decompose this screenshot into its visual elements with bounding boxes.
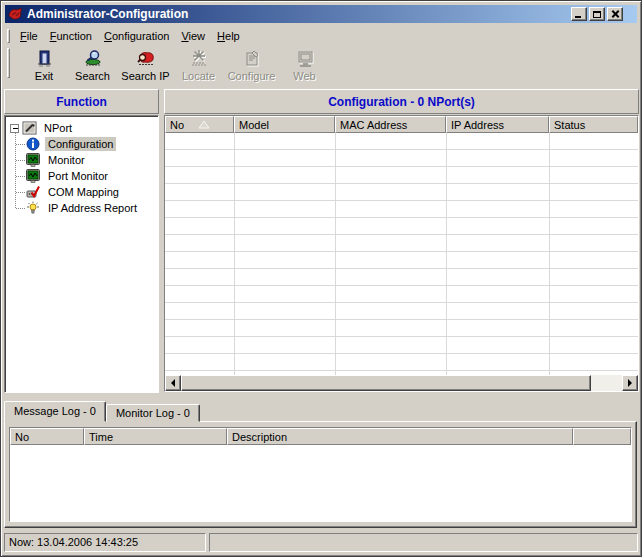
column-header-model[interactable]: Model	[234, 116, 335, 133]
app-icon	[8, 7, 23, 21]
window-controls	[571, 7, 623, 21]
log-column-label-time: Time	[89, 431, 113, 443]
menu-file[interactable]: File	[14, 28, 44, 44]
status-empty	[209, 533, 638, 552]
log-list: No Time Description	[9, 427, 632, 522]
tree-node-nport[interactable]: NPort	[8, 120, 157, 136]
tree-item-configuration[interactable]: Configuration	[8, 136, 157, 152]
log-table-header: No Time Description	[10, 428, 631, 445]
log-column-label-no: No	[15, 431, 29, 443]
close-icon	[611, 10, 619, 18]
toolbar: Exit Search	[5, 46, 637, 87]
tree-connector	[16, 144, 25, 145]
menu-grip[interactable]	[7, 29, 10, 43]
scroll-right-button[interactable]	[622, 375, 638, 391]
nport-table-header: No Model MAC Address IP Address Status	[165, 116, 638, 133]
function-panel-header: Function	[4, 89, 159, 114]
menu-help[interactable]: Help	[211, 28, 246, 44]
tree-label-nport[interactable]: NPort	[41, 121, 75, 135]
horizontal-scrollbar	[165, 375, 638, 391]
column-label-mac-address: MAC Address	[340, 119, 407, 131]
status-bar: Now: 13.04.2006 14:43:25	[4, 533, 638, 552]
maximize-icon	[593, 11, 601, 18]
tree-connector	[16, 160, 25, 161]
menu-configuration[interactable]: Configuration	[98, 28, 175, 44]
tree-label-com-mapping[interactable]: COM Mapping	[45, 185, 122, 199]
tree-item-com-mapping[interactable]: COM Mapping	[8, 184, 157, 200]
tree-connector	[16, 176, 25, 177]
configure-label: Configure	[228, 70, 276, 82]
titlebar[interactable]: Administrator-Configuration	[5, 5, 637, 23]
config-panel-header: Configuration - 0 NPort(s)	[164, 89, 639, 114]
toolbar-grip[interactable]	[7, 48, 10, 78]
minimize-button[interactable]	[571, 7, 587, 21]
web-button: Web	[278, 47, 331, 85]
scroll-left-arrow-icon	[171, 379, 175, 387]
exit-button[interactable]: Exit	[22, 47, 66, 85]
config-panel-title: Configuration - 0 NPort(s)	[328, 95, 475, 109]
configure-icon	[242, 49, 262, 69]
locate-icon	[188, 49, 210, 69]
tree-item-ip-address-report[interactable]: IP Address Report	[8, 200, 157, 216]
ip-report-icon	[26, 201, 42, 215]
tree-label-configuration[interactable]: Configuration	[45, 137, 116, 151]
column-header-status[interactable]: Status	[549, 116, 638, 133]
log-column-header-no[interactable]: No	[10, 428, 84, 445]
monitor-icon	[26, 153, 42, 167]
minimize-icon	[575, 16, 581, 18]
tree-item-monitor[interactable]: Monitor	[8, 152, 157, 168]
search-button[interactable]: Search	[66, 47, 119, 85]
column-label-no: No	[170, 119, 184, 131]
scrollbar-track[interactable]	[591, 375, 622, 391]
configure-button: Configure	[225, 47, 278, 85]
log-table-body	[10, 445, 631, 521]
column-label-ip-address: IP Address	[451, 119, 504, 131]
search-label: Search	[75, 70, 110, 82]
column-header-ip-address[interactable]: IP Address	[446, 116, 549, 133]
tree-connector	[16, 192, 25, 193]
app-window: Administrator-Configuration File Functio…	[0, 0, 642, 557]
scroll-right-arrow-icon	[628, 379, 632, 387]
menu-function[interactable]: Function	[44, 28, 98, 44]
maximize-button[interactable]	[589, 7, 605, 21]
function-tree: NPort Configuration	[4, 115, 159, 393]
tree-item-port-monitor[interactable]: Port Monitor	[8, 168, 157, 184]
tree-label-ip-address-report[interactable]: IP Address Report	[45, 201, 140, 215]
column-header-mac-address[interactable]: MAC Address	[335, 116, 446, 133]
tree-label-monitor[interactable]: Monitor	[45, 153, 88, 167]
column-header-no[interactable]: No	[165, 116, 234, 133]
exit-label: Exit	[35, 70, 53, 82]
sort-ascending-icon	[198, 120, 210, 129]
tab-monitor-log[interactable]: Monitor Log - 0	[106, 404, 200, 422]
search-ip-button[interactable]: Search IP	[119, 47, 172, 85]
collapse-expander-icon[interactable]	[10, 124, 19, 133]
locate-label: Locate	[182, 70, 215, 82]
exit-icon	[34, 49, 54, 69]
scrollbar-thumb[interactable]	[181, 375, 591, 391]
menu-view[interactable]: View	[175, 28, 211, 44]
search-ip-label: Search IP	[121, 70, 169, 82]
log-column-header-time[interactable]: Time	[84, 428, 227, 445]
status-now: Now: 13.04.2006 14:43:25	[4, 533, 206, 552]
column-label-status: Status	[554, 119, 585, 131]
menu-bar: File Function Configuration View Help	[5, 26, 637, 45]
tree-label-port-monitor[interactable]: Port Monitor	[45, 169, 111, 183]
function-panel-title: Function	[56, 95, 107, 109]
scroll-left-button[interactable]	[165, 375, 181, 391]
web-icon	[295, 49, 315, 69]
nport-icon	[22, 121, 38, 135]
search-ip-icon	[135, 49, 157, 69]
com-mapping-icon	[26, 185, 42, 199]
locate-button: Locate	[172, 47, 225, 85]
monitor-icon	[26, 169, 42, 183]
column-label-model: Model	[239, 119, 269, 131]
tab-message-log[interactable]: Message Log - 0	[4, 401, 106, 422]
log-column-header-filler	[573, 428, 631, 445]
window-title: Administrator-Configuration	[27, 7, 188, 21]
tree-children: Configuration Monitor	[8, 136, 157, 216]
search-icon	[82, 49, 104, 69]
log-column-header-description[interactable]: Description	[227, 428, 573, 445]
web-label: Web	[293, 70, 315, 82]
log-tabs: Message Log - 0 Monitor Log - 0	[4, 401, 200, 422]
close-button[interactable]	[607, 7, 623, 21]
